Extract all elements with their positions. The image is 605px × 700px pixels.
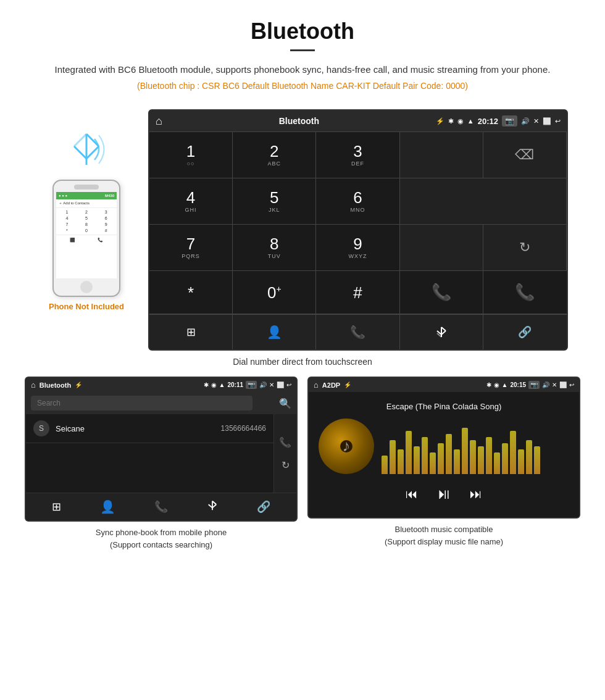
music-loc-icon: ◉: [494, 381, 499, 388]
pb-title: Bluetooth: [40, 381, 71, 389]
pb-bt-btn[interactable]: [207, 500, 218, 514]
home-icon[interactable]: ⌂: [156, 115, 162, 128]
key-6[interactable]: 6 MNO: [316, 178, 399, 225]
search-icon[interactable]: 🔍: [279, 398, 291, 409]
key-empty-2: [400, 178, 567, 225]
phone-home-button: [80, 281, 93, 293]
music-disc-area: ♪: [319, 419, 569, 474]
key-1[interactable]: 1 ○○: [149, 132, 233, 178]
key-2[interactable]: 2 ABC: [233, 132, 316, 178]
key-9[interactable]: 9 WXYZ: [316, 225, 399, 271]
pb-win-icon[interactable]: ⬜: [277, 381, 284, 388]
svg-line-10: [212, 501, 216, 504]
page-title: Bluetooth: [37, 19, 568, 44]
music-signal-icon: ▲: [502, 381, 508, 388]
pb-grid-btn[interactable]: ⊞: [52, 500, 61, 514]
svg-line-12: [209, 504, 212, 507]
lower-panels: ⌂ Bluetooth ⚡ ✱ ◉ ▲ 20:11 📷 🔊 ✕ ⬜ ↩: [0, 377, 605, 551]
key-refresh[interactable]: ↻: [483, 225, 567, 271]
pb-loc-icon: ◉: [211, 381, 217, 388]
pb-phone-btn[interactable]: 📞: [154, 500, 168, 514]
key-end-call[interactable]: 📞: [483, 271, 567, 314]
contact-number: 13566664466: [221, 424, 266, 433]
key-8[interactable]: 8 TUV: [233, 225, 316, 271]
music-prev-btn[interactable]: ⏮: [406, 487, 418, 501]
pb-vol-icon[interactable]: 🔊: [259, 381, 267, 388]
music-vol-icon[interactable]: 🔊: [542, 381, 549, 388]
music-cam-icon[interactable]: 📷: [528, 381, 540, 389]
pb-back-icon[interactable]: ↩: [286, 381, 291, 388]
dial-caption: Dial number direct from touchscreen: [0, 357, 605, 367]
pb-cam-icon[interactable]: 📷: [246, 381, 257, 389]
phone-speaker: [74, 185, 99, 190]
key-4[interactable]: 4 GHI: [149, 178, 233, 225]
dial-contacts-btn[interactable]: 👤: [233, 315, 316, 349]
phonebook-caption: Sync phone-book from mobile phone(Suppor…: [96, 527, 227, 551]
music-next-btn[interactable]: ⏭: [470, 487, 482, 501]
close-icon[interactable]: ✕: [533, 117, 539, 125]
music-panel-wrap: ⌂ A2DP ⚡ ✱ ◉ ▲ 20:15 📷 🔊 ✕ ⬜ ↩: [307, 377, 580, 551]
page-description: Integrated with BC6 Bluetooth module, su…: [37, 62, 568, 77]
key-call[interactable]: 📞: [400, 271, 483, 314]
key-hash[interactable]: #: [316, 271, 399, 314]
page-specs: (Bluetooth chip : CSR BC6 Default Blueto…: [37, 81, 568, 91]
music-caption: Bluetooth music compatible(Support displ…: [385, 523, 503, 548]
dial-keypad: 1 ○○ 2 ABC 3 DEF ⌫ 4 GHI 5 JKL: [149, 131, 567, 314]
pb-usb-icon: ⚡: [75, 381, 82, 388]
pb-bt-icon: ✱: [204, 381, 209, 388]
bluetooth-status-icon: ✱: [448, 117, 454, 125]
music-equalizer: [382, 419, 569, 474]
dial-phone-btn[interactable]: 📞: [316, 315, 399, 349]
key-3[interactable]: 3 DEF: [316, 132, 399, 178]
main-section: ● ● ● M430 ＋ Add to Contacts 123 456 789…: [0, 109, 605, 351]
pb-side-phone-icon[interactable]: 📞: [279, 436, 291, 448]
svg-line-11: [212, 504, 216, 507]
page-header: Bluetooth Integrated with BC6 Bluetooth …: [0, 0, 605, 109]
music-content: Escape (The Pina Colada Song) ♪ ⏮: [309, 392, 579, 517]
music-bt-icon: ✱: [486, 381, 491, 388]
key-0[interactable]: 0+: [233, 271, 316, 314]
music-back-icon[interactable]: ↩: [569, 381, 574, 388]
location-icon: ◉: [457, 117, 464, 125]
contact-avatar: S: [33, 420, 49, 436]
key-backspace[interactable]: ⌫: [483, 132, 567, 178]
phone-not-included-label: Phone Not Included: [49, 302, 124, 311]
key-7[interactable]: 7 PQRS: [149, 225, 233, 271]
pb-link-btn[interactable]: 🔗: [257, 500, 270, 514]
svg-line-6: [441, 331, 446, 335]
music-win-icon[interactable]: ⬜: [559, 381, 567, 388]
dial-bottom-bar: ⊞ 👤 📞 🔗: [149, 314, 567, 349]
music-x-icon[interactable]: ✕: [552, 381, 557, 388]
window-icon[interactable]: ⬜: [543, 117, 551, 125]
music-statusbar: ⌂ A2DP ⚡ ✱ ◉ ▲ 20:15 📷 🔊 ✕ ⬜ ↩: [309, 378, 579, 392]
contact-name: Seicane: [56, 424, 221, 433]
volume-icon[interactable]: 🔊: [521, 117, 530, 125]
dial-bluetooth-btn[interactable]: [400, 315, 483, 349]
music-song-title: Escape (The Pina Colada Song): [386, 402, 501, 411]
title-divider: [290, 49, 315, 51]
music-usb-icon: ⚡: [344, 381, 351, 388]
dial-link-btn[interactable]: 🔗: [483, 315, 567, 349]
phonebook-content: S Seicane 13566664466 📞 ↻: [26, 414, 296, 493]
back-icon[interactable]: ↩: [555, 117, 561, 125]
key-empty-3: [400, 225, 483, 271]
pb-side-refresh-icon[interactable]: ↻: [282, 459, 290, 471]
phonebook-empty-area: [26, 443, 273, 493]
key-5[interactable]: 5 JKL: [233, 178, 316, 225]
phonebook-search-input[interactable]: [31, 396, 252, 410]
phone-bottom-bar: ⬛ 📞: [56, 235, 117, 245]
dial-grid-btn[interactable]: ⊞: [149, 315, 233, 349]
music-play-btn[interactable]: ⏯: [436, 485, 451, 502]
phone-keypad: 123 456 789 *0#: [56, 208, 117, 235]
pb-home-icon[interactable]: ⌂: [31, 380, 36, 390]
pb-person-btn[interactable]: 👤: [100, 499, 115, 514]
pb-x-icon[interactable]: ✕: [269, 381, 274, 388]
camera-icon[interactable]: 📷: [502, 115, 517, 127]
phonebook-statusbar: ⌂ Bluetooth ⚡ ✱ ◉ ▲ 20:11 📷 🔊 ✕ ⬜ ↩: [26, 378, 296, 392]
phonebook-bottom-bar: ⊞ 👤 📞 🔗: [26, 493, 296, 520]
key-star[interactable]: *: [149, 271, 233, 314]
svg-line-3: [74, 134, 86, 146]
music-disc: ♪: [319, 419, 374, 474]
music-home-icon[interactable]: ⌂: [314, 380, 319, 390]
contact-row[interactable]: S Seicane 13566664466: [26, 414, 273, 443]
